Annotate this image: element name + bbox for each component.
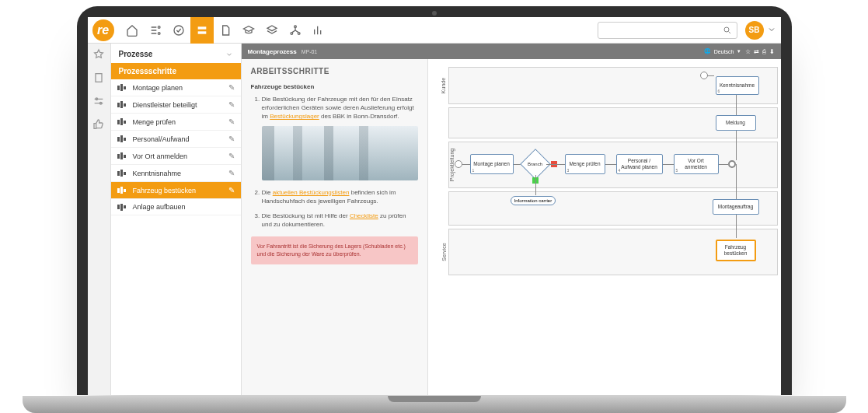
education-icon[interactable] bbox=[237, 17, 260, 44]
svg-point-0 bbox=[158, 26, 160, 28]
svg-point-5 bbox=[294, 26, 296, 28]
chart-icon[interactable] bbox=[307, 17, 330, 44]
connector bbox=[663, 164, 674, 165]
edit-icon[interactable]: ✎ bbox=[228, 100, 235, 109]
star-icon[interactable]: ☆ bbox=[745, 48, 751, 55]
svg-rect-4 bbox=[197, 31, 206, 33]
sidebar-item-active[interactable]: Fahrzeug bestücken✎ bbox=[111, 182, 241, 199]
sidebar: Prozesse Prozessschritte Montage planen✎… bbox=[111, 44, 242, 395]
edit-icon[interactable]: ✎ bbox=[228, 83, 235, 92]
process-header: Montageprozess MP-01 🌐 Deutsch ▾ ☆ ⇄ ⎙ ⬇ bbox=[242, 44, 781, 59]
svg-rect-9 bbox=[96, 74, 102, 82]
edit-icon[interactable]: ✎ bbox=[228, 117, 235, 126]
tasks-icon[interactable] bbox=[144, 17, 167, 44]
edit-icon[interactable]: ✎ bbox=[228, 152, 235, 160]
sidebar-item[interactable]: Personal/Aufwand✎ bbox=[111, 131, 241, 148]
star-icon[interactable] bbox=[92, 48, 105, 61]
share-icon[interactable]: ⇄ bbox=[754, 48, 759, 55]
connector bbox=[736, 215, 737, 238]
link[interactable]: aktuellen Bestückungslisten bbox=[273, 189, 350, 196]
task-node[interactable]: Personal / Aufwand planen4 bbox=[616, 154, 663, 174]
svg-point-8 bbox=[724, 27, 729, 32]
user-avatar[interactable]: SB bbox=[745, 21, 764, 40]
connector bbox=[736, 164, 737, 203]
svg-point-1 bbox=[158, 32, 160, 34]
sidebar-item[interactable]: Kenntnisnahme✎ bbox=[111, 165, 241, 182]
connector bbox=[535, 175, 536, 195]
step-item: Die aktuellen Bestückungslisten befinden… bbox=[262, 188, 418, 205]
step-item: Die Bestückung der Fahrzeuge mit den für… bbox=[262, 95, 418, 180]
step-icon bbox=[117, 135, 128, 143]
content-heading: ARBEITSSCHRITTE bbox=[251, 67, 418, 75]
left-rail bbox=[88, 44, 111, 395]
step-icon bbox=[117, 203, 128, 211]
start-event[interactable] bbox=[700, 72, 708, 79]
content-panel: ARBEITSSCHRITTE Fahrzeuge bestücken Die … bbox=[242, 59, 428, 395]
sidebar-section-header: Prozessschritte bbox=[111, 63, 241, 79]
task-node[interactable]: Kenntnisnahme6 bbox=[716, 76, 759, 95]
edit-icon[interactable]: ✎ bbox=[228, 135, 235, 143]
step-item: Die Bestückung ist mit Hilfe der Checkli… bbox=[262, 212, 418, 229]
home-icon[interactable] bbox=[120, 17, 144, 44]
task-node[interactable]: Vor Ort anmelden5 bbox=[674, 154, 719, 174]
process-title: Montageprozess bbox=[248, 48, 297, 55]
sidebar-item[interactable]: Menge prüfen✎ bbox=[111, 114, 241, 131]
step-icon bbox=[117, 84, 128, 92]
edit-icon[interactable]: ✎ bbox=[228, 186, 235, 194]
sidebar-item[interactable]: Anlage aufbauen bbox=[111, 199, 241, 215]
process-icon[interactable] bbox=[190, 17, 214, 44]
chevron-down-icon[interactable] bbox=[225, 51, 233, 58]
step-icon bbox=[117, 187, 128, 194]
user-menu-chevron[interactable] bbox=[767, 23, 776, 37]
step-icon bbox=[117, 118, 128, 126]
print-icon[interactable]: ⎙ bbox=[762, 48, 766, 55]
sidebar-item[interactable]: Dienstleister beteiligt✎ bbox=[111, 96, 241, 114]
sliders-icon[interactable] bbox=[92, 95, 105, 107]
svg-point-6 bbox=[291, 32, 293, 34]
process-id: MP-01 bbox=[302, 49, 318, 54]
sidebar-item[interactable]: Vor Ort anmelden✎ bbox=[111, 148, 241, 165]
gateway-node[interactable]: Branch bbox=[525, 153, 546, 175]
layers-icon[interactable] bbox=[260, 17, 284, 44]
page-icon[interactable] bbox=[92, 72, 105, 84]
link[interactable]: Bestückungslager bbox=[270, 113, 319, 120]
language-selector[interactable]: 🌐 Deutsch ▾ bbox=[704, 48, 741, 54]
app-logo[interactable]: re bbox=[92, 19, 114, 41]
edit-icon[interactable]: ✎ bbox=[228, 169, 235, 177]
warning-box: Vor Fahrantritt ist die Sicherung des La… bbox=[251, 236, 418, 264]
search-input[interactable] bbox=[598, 22, 737, 39]
task-node[interactable]: Montage planen1 bbox=[470, 154, 514, 174]
download-icon[interactable]: ⬇ bbox=[769, 48, 775, 55]
content-subheading: Fahrzeuge bestücken bbox=[251, 83, 418, 90]
thumbs-up-icon[interactable] bbox=[92, 118, 105, 131]
link[interactable]: Checkliste bbox=[350, 212, 378, 219]
sidebar-title: Prozesse bbox=[111, 44, 241, 63]
info-carrier-node[interactable]: Information carrier bbox=[511, 196, 556, 205]
intermediate-node[interactable]: Montageauftrag bbox=[713, 199, 759, 215]
svg-point-2 bbox=[174, 26, 183, 35]
end-event[interactable] bbox=[728, 160, 736, 168]
task-node[interactable]: Menge prüfen3 bbox=[565, 154, 605, 174]
step-icon bbox=[117, 170, 128, 177]
connector bbox=[546, 164, 565, 165]
start-event[interactable] bbox=[455, 160, 462, 168]
connector bbox=[719, 164, 728, 165]
step-icon bbox=[117, 152, 128, 160]
top-toolbar: re SB bbox=[88, 17, 781, 44]
svg-rect-3 bbox=[197, 26, 206, 29]
diagram-canvas[interactable]: Kunde Projektleitung Service Montage pla… bbox=[428, 59, 781, 395]
document-icon[interactable] bbox=[214, 17, 237, 44]
check-icon[interactable] bbox=[167, 17, 190, 44]
connector bbox=[708, 75, 714, 76]
sidebar-item[interactable]: Montage planen✎ bbox=[111, 79, 241, 96]
connector bbox=[462, 164, 470, 165]
svg-point-7 bbox=[298, 32, 300, 34]
org-icon[interactable] bbox=[284, 17, 307, 44]
connector bbox=[605, 164, 616, 165]
intermediate-node[interactable]: Meldung bbox=[716, 115, 756, 131]
task-node-selected[interactable]: Fahrzeug bestücken bbox=[716, 240, 756, 261]
step-image bbox=[262, 126, 418, 180]
step-icon bbox=[117, 101, 128, 109]
